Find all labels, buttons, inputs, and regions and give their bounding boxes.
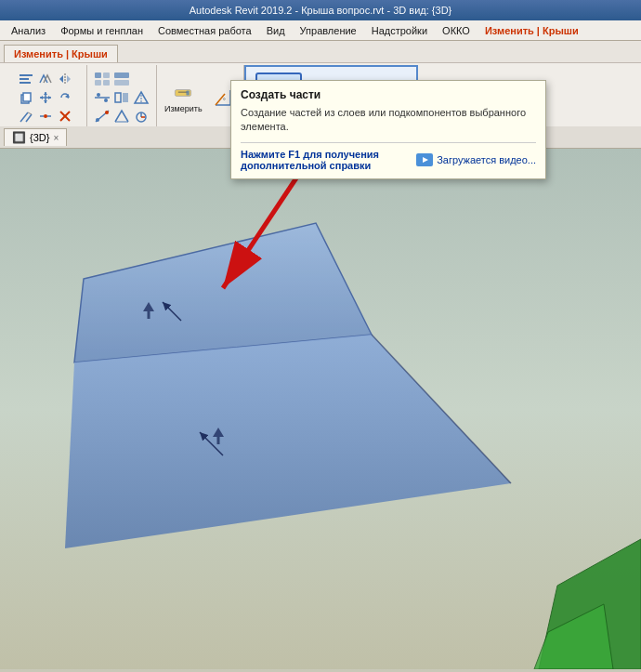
svg-marker-5 [67, 75, 71, 83]
svg-point-20 [44, 114, 47, 118]
svg-marker-10 [44, 92, 47, 95]
svg-rect-0 [20, 74, 33, 76]
tooltip-video-label: Загружается видео... [437, 154, 536, 165]
icon-split[interactable] [36, 108, 55, 125]
menu-collab[interactable]: Совместная работа [150, 23, 259, 38]
icon-offset[interactable] [36, 71, 55, 87]
svg-text:°: ° [223, 98, 226, 104]
svg-rect-1 [20, 78, 29, 80]
tooltip-footer: Нажмите F1 для получения дополнительной … [241, 142, 536, 171]
icon-view4[interactable] [112, 89, 131, 106]
svg-rect-2 [20, 82, 31, 84]
svg-marker-61 [423, 157, 428, 163]
menu-manage[interactable]: Управление [293, 23, 364, 38]
svg-rect-25 [95, 80, 101, 86]
video-icon [416, 153, 433, 166]
svg-point-31 [104, 99, 108, 102]
icon-view5[interactable] [132, 89, 150, 106]
tape-measure-icon [172, 82, 194, 104]
svg-point-37 [96, 118, 99, 122]
svg-rect-23 [95, 72, 101, 78]
ribbon-tabs-row: Изменить | Крыши [0, 41, 641, 63]
svg-point-38 [105, 111, 109, 114]
icon-measure3[interactable] [132, 108, 150, 125]
tooltip-video-btn[interactable]: Загружается видео... [416, 153, 536, 166]
icon-measure1[interactable] [93, 108, 111, 125]
svg-rect-76 [217, 437, 220, 444]
view-tab-close[interactable]: × [53, 133, 59, 143]
svg-line-16 [26, 114, 32, 122]
roof-3d-view [0, 149, 641, 669]
tooltip-title: Создать части [241, 88, 536, 101]
svg-marker-4 [59, 75, 63, 83]
menu-modify-roofs[interactable]: Изменить | Крыши [477, 23, 586, 38]
title-text: Autodesk Revit 2019.2 - Крыша вопрос.rvt… [190, 5, 452, 16]
icon-mirror[interactable] [56, 71, 74, 87]
svg-marker-11 [44, 100, 47, 103]
view-tab-icon: 🔲 [12, 131, 26, 144]
view-tab-3d[interactable]: 🔲 {3D} × [4, 128, 67, 146]
menu-analyze[interactable]: Анализ [4, 23, 53, 38]
btn-measure-tape[interactable]: Измерить [163, 80, 204, 116]
tab-modify-roofs[interactable]: Изменить | Крыши [4, 45, 118, 62]
icon-rotate[interactable] [56, 89, 74, 106]
svg-rect-32 [115, 93, 121, 102]
svg-marker-12 [40, 96, 43, 99]
svg-rect-74 [148, 311, 150, 319]
tooltip-popup: Создать части Создание частей из слоев и… [230, 80, 546, 179]
svg-rect-28 [114, 80, 129, 86]
menu-bar: Анализ Формы и генплан Совместная работа… [0, 20, 641, 41]
icon-view3[interactable] [93, 89, 111, 106]
svg-rect-33 [123, 93, 128, 102]
canvas-area[interactable] [0, 149, 641, 672]
btn-measure-label: Измерить [164, 105, 203, 114]
tooltip-help-text[interactable]: Нажмите F1 для получения дополнительной … [241, 149, 409, 171]
icon-view2[interactable] [112, 71, 131, 87]
svg-rect-7 [23, 93, 31, 101]
icon-delete[interactable] [56, 108, 74, 125]
icon-move[interactable] [36, 89, 55, 106]
svg-marker-13 [48, 96, 51, 99]
viewport: 🔲 {3D} × [0, 126, 641, 672]
menu-forms[interactable]: Формы и генплан [53, 23, 150, 38]
icon-trim[interactable] [17, 108, 35, 125]
icon-measure2[interactable] [112, 108, 131, 125]
menu-addons[interactable]: Надстройки [364, 23, 435, 38]
svg-rect-27 [114, 72, 129, 78]
svg-rect-24 [103, 72, 110, 78]
icon-view1[interactable] [93, 71, 111, 87]
svg-rect-45 [187, 90, 190, 95]
tooltip-body: Создание частей из слоев или подкомпонен… [241, 106, 536, 135]
menu-view[interactable]: Вид [259, 23, 293, 38]
svg-line-17 [28, 112, 32, 114]
view-tab-label: {3D} [30, 132, 49, 143]
icon-align[interactable] [17, 71, 35, 87]
svg-point-30 [97, 93, 100, 97]
menu-okko[interactable]: ОККО [435, 23, 477, 38]
icon-copy[interactable] [17, 89, 35, 106]
svg-rect-26 [103, 80, 110, 86]
title-bar: Autodesk Revit 2019.2 - Крыша вопрос.rvt… [0, 0, 641, 20]
